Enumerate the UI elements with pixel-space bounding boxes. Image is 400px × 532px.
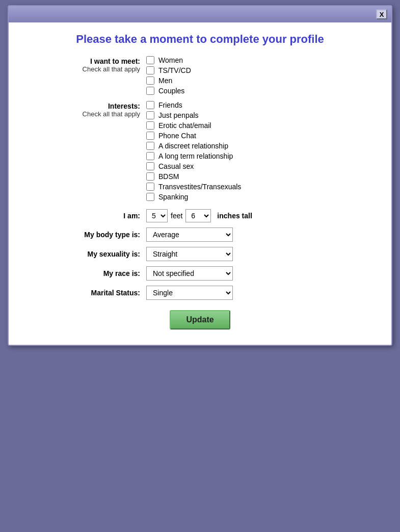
- interest-friends-label: Friends: [158, 101, 182, 109]
- dialog-content: Please take a moment to complete your pr…: [9, 22, 391, 345]
- race-label: My race is:: [24, 269, 146, 277]
- race-select[interactable]: Not specified White Black Hispanic Asian…: [146, 266, 233, 281]
- interest-phone[interactable]: Phone Chat: [146, 132, 241, 140]
- interest-longterm[interactable]: A long term relationship: [146, 152, 241, 160]
- interest-phone-label: Phone Chat: [158, 132, 196, 140]
- marital-select[interactable]: Single Married Divorced Widowed Separate…: [146, 286, 233, 300]
- interest-spanking[interactable]: Spanking: [146, 193, 241, 201]
- meet-women[interactable]: Women: [146, 56, 191, 64]
- interest-casual-checkbox[interactable]: [146, 162, 154, 170]
- meet-label-area: I want to meet: Check all that apply: [24, 56, 146, 73]
- inches-label: inches tall: [217, 212, 252, 220]
- marital-label: Marital Status:: [24, 289, 146, 297]
- close-button[interactable]: X: [376, 9, 387, 19]
- meet-couples-label: Couples: [158, 87, 184, 95]
- interest-longterm-label: A long term relationship: [158, 152, 233, 160]
- dialog-titlebar: X: [9, 6, 391, 22]
- interest-spanking-label: Spanking: [158, 193, 188, 201]
- interest-transvestites-checkbox[interactable]: [146, 183, 154, 191]
- meet-checkboxes: Women TS/TV/CD Men Couples: [146, 56, 191, 95]
- update-btn-row: Update: [24, 310, 376, 330]
- feet-select[interactable]: 4 5 6 7: [146, 209, 168, 222]
- meet-sublabel: Check all that apply: [24, 65, 140, 73]
- interest-friends[interactable]: Friends: [146, 101, 241, 109]
- interest-discreet[interactable]: A discreet relationship: [146, 142, 241, 150]
- sexuality-section: My sexuality is: Straight Gay Bisexual N…: [24, 247, 376, 261]
- interest-bdsm-checkbox[interactable]: [146, 172, 154, 181]
- meet-couples-checkbox[interactable]: [146, 87, 154, 95]
- interest-discreet-checkbox[interactable]: [146, 142, 154, 150]
- interest-casual-label: Casual sex: [158, 162, 194, 170]
- marital-section: Marital Status: Single Married Divorced …: [24, 286, 376, 300]
- height-controls: 4 5 6 7 feet 0 1 2 3 4 5 6 7 8 9 1: [146, 209, 252, 222]
- interest-discreet-label: A discreet relationship: [158, 142, 228, 150]
- inches-select[interactable]: 0 1 2 3 4 5 6 7 8 9 10 11: [185, 209, 211, 222]
- interest-longterm-checkbox[interactable]: [146, 152, 154, 160]
- update-button[interactable]: Update: [170, 310, 230, 330]
- profile-dialog: X Please take a moment to complete your …: [8, 5, 392, 346]
- feet-label: feet: [171, 212, 182, 220]
- interest-phone-checkbox[interactable]: [146, 132, 154, 140]
- interests-label: Interests:: [24, 102, 140, 110]
- interests-sublabel: Check all that apply: [24, 110, 140, 118]
- interest-transvestites-label: Transvestites/Transexuals: [158, 183, 241, 191]
- meet-tstvcd[interactable]: TS/TV/CD: [146, 66, 191, 74]
- sexuality-label: My sexuality is:: [24, 250, 146, 258]
- interest-erotic[interactable]: Erotic chat/email: [146, 121, 241, 130]
- interests-section: Interests: Check all that apply Friends …: [24, 101, 376, 201]
- race-section: My race is: Not specified White Black Hi…: [24, 266, 376, 281]
- body-type-select[interactable]: Slim Average Athletic A few extra pounds…: [146, 227, 233, 242]
- meet-men[interactable]: Men: [146, 77, 191, 85]
- interest-erotic-checkbox[interactable]: [146, 121, 154, 130]
- interest-spanking-checkbox[interactable]: [146, 193, 154, 201]
- interests-checkboxes: Friends Just penpals Erotic chat/email P…: [146, 101, 241, 201]
- meet-men-checkbox[interactable]: [146, 77, 154, 85]
- interest-penpals-label: Just penpals: [158, 111, 199, 119]
- interest-erotic-label: Erotic chat/email: [158, 121, 211, 130]
- interests-label-area: Interests: Check all that apply: [24, 101, 146, 118]
- interest-penpals-checkbox[interactable]: [146, 111, 154, 119]
- meet-section: I want to meet: Check all that apply Wom…: [24, 56, 376, 95]
- meet-couples[interactable]: Couples: [146, 87, 191, 95]
- meet-tstvcd-label: TS/TV/CD: [158, 66, 191, 74]
- body-type-label: My body type is:: [24, 231, 146, 239]
- interest-penpals[interactable]: Just penpals: [146, 111, 241, 119]
- meet-label: I want to meet:: [24, 57, 140, 65]
- meet-men-label: Men: [158, 77, 172, 85]
- interest-bdsm-label: BDSM: [158, 172, 179, 181]
- height-section: I am: 4 5 6 7 feet 0 1 2 3 4 5 6 7: [24, 209, 376, 222]
- interest-casual[interactable]: Casual sex: [146, 162, 241, 170]
- height-label: I am:: [24, 212, 146, 220]
- meet-women-label: Women: [158, 56, 183, 64]
- interest-bdsm[interactable]: BDSM: [146, 172, 241, 181]
- meet-tstvcd-checkbox[interactable]: [146, 66, 154, 74]
- dialog-title: Please take a moment to complete your pr…: [24, 33, 376, 46]
- interest-transvestites[interactable]: Transvestites/Transexuals: [146, 183, 241, 191]
- interest-friends-checkbox[interactable]: [146, 101, 154, 109]
- meet-women-checkbox[interactable]: [146, 56, 154, 64]
- body-type-section: My body type is: Slim Average Athletic A…: [24, 227, 376, 242]
- sexuality-select[interactable]: Straight Gay Bisexual Not specified: [146, 247, 233, 261]
